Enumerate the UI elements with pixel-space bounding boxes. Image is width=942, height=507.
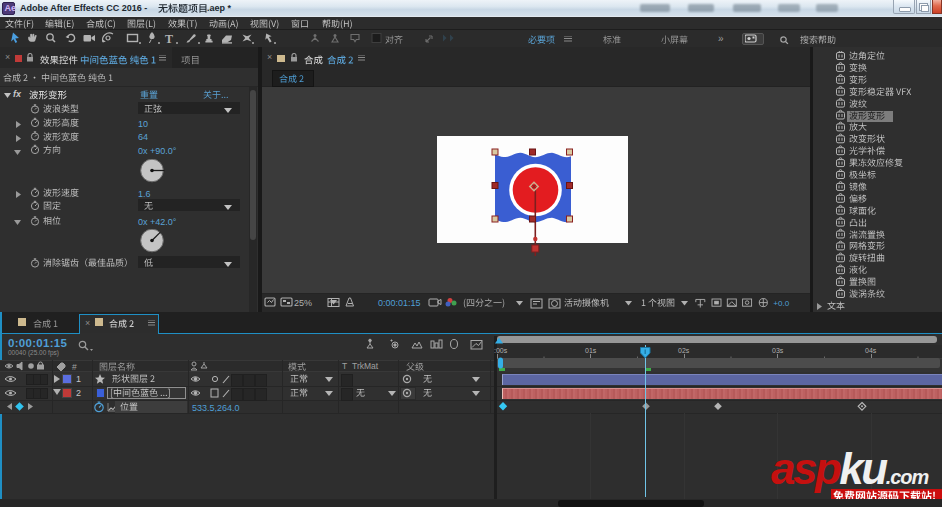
svg-text:0:00:01:15: 0:00:01:15 (378, 298, 421, 308)
svg-text:#: # (72, 362, 77, 372)
svg-text:T: T (165, 32, 173, 46)
svg-text:25%: 25% (294, 298, 312, 308)
svg-text:+0.0: +0.0 (773, 299, 789, 308)
